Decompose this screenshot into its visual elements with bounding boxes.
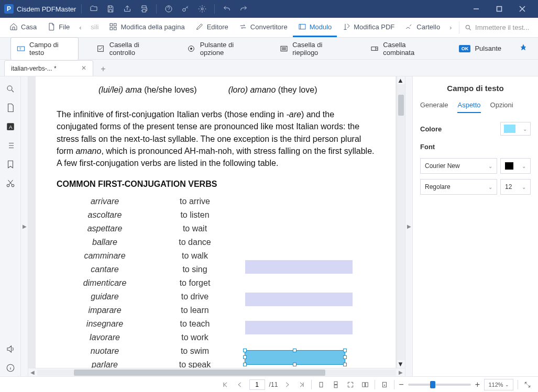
svg-text:A: A — [9, 124, 13, 130]
horizontal-scrollbar[interactable]: ◀ ▶ — [28, 368, 405, 376]
svg-rect-28 — [383, 382, 387, 387]
form-field-3[interactable] — [245, 321, 353, 334]
view-single-icon[interactable] — [316, 379, 326, 390]
side-page-icon[interactable] — [2, 99, 19, 116]
menu-cartello[interactable]: Cartello — [400, 18, 445, 37]
rotate-icon[interactable] — [379, 379, 390, 390]
undo-icon[interactable] — [220, 2, 234, 16]
view-fit-icon[interactable] — [345, 379, 356, 390]
tab-label: italian-verbs-... * — [11, 65, 57, 72]
tool-text-field[interactable]: T Campo di testo — [10, 37, 79, 60]
view-continuous-icon[interactable] — [331, 379, 341, 390]
document-tab[interactable]: italian-verbs-... * ✕ — [4, 60, 93, 76]
prev-page-icon[interactable] — [235, 379, 245, 390]
tool-combobox[interactable]: Casella combinata — [365, 38, 441, 60]
menu-sili[interactable]: sili — [85, 18, 104, 37]
save-icon[interactable] — [104, 2, 117, 16]
print-icon[interactable] — [137, 2, 151, 16]
svg-rect-3 — [497, 7, 502, 12]
zoom-in-icon[interactable]: + — [475, 380, 480, 389]
svg-point-2 — [201, 8, 203, 10]
svg-rect-23 — [320, 382, 323, 387]
pin-icon[interactable] — [519, 43, 528, 53]
proptab-generale[interactable]: Generale — [420, 101, 448, 113]
zoom-slider[interactable] — [408, 384, 471, 386]
svg-rect-5 — [114, 24, 117, 26]
font-size-select[interactable]: 12⌄ — [500, 179, 531, 195]
next-page-icon[interactable] — [282, 379, 292, 390]
font-name-select[interactable]: Courier New⌄ — [420, 158, 497, 174]
form-field-1[interactable] — [245, 260, 353, 274]
menu-editore[interactable]: Editore — [190, 18, 234, 37]
tool-button[interactable]: OK Pulsante — [454, 41, 507, 55]
side-cut-icon[interactable] — [2, 175, 19, 192]
vertical-scrollbar[interactable]: ▲ ▼ — [397, 76, 405, 368]
table-row: aspettareto wait — [58, 222, 374, 235]
panel-title: Campo di testo — [420, 84, 531, 93]
form-field-2[interactable] — [245, 293, 353, 306]
collapse-right-icon[interactable]: ▶ — [405, 76, 412, 376]
form-toolbar: T Campo di testo Casella di controllo Pu… — [0, 38, 538, 60]
maximize-button[interactable] — [488, 0, 511, 18]
minimize-button[interactable] — [465, 0, 488, 18]
side-text-icon[interactable]: A — [2, 118, 19, 135]
label-colore: Colore — [420, 125, 442, 133]
svg-rect-7 — [114, 27, 117, 30]
svg-point-14 — [190, 48, 192, 50]
redo-icon[interactable] — [237, 2, 250, 16]
titlebar: P Cisdem PDFMaster — [0, 0, 538, 18]
side-bookmark-icon[interactable] — [2, 156, 19, 173]
color-picker[interactable]: ⌄ — [500, 122, 531, 136]
add-tab-button[interactable]: + — [96, 62, 110, 76]
svg-rect-8 — [299, 24, 305, 29]
menu-modifica-pagina[interactable]: Modifica della pagina — [104, 18, 190, 37]
tool-checkbox[interactable]: Casella di controllo — [91, 38, 169, 60]
verbs-table: arrivareto arriveascoltareto listenaspet… — [57, 194, 375, 368]
view-facing-icon[interactable] — [360, 379, 370, 390]
help-icon[interactable] — [162, 2, 175, 16]
menu-casa[interactable]: Casa — [4, 18, 42, 37]
svg-rect-4 — [110, 24, 113, 26]
menu-scroll-left[interactable]: ‹ — [75, 24, 85, 31]
fullscreen-icon[interactable] — [522, 379, 533, 390]
collapse-left-icon[interactable]: ▶ — [21, 76, 28, 376]
menu-convertitore[interactable]: Convertitore — [234, 18, 293, 37]
table-row: dimenticareto forget — [58, 277, 374, 289]
page-input[interactable] — [249, 379, 265, 390]
side-list-icon[interactable] — [2, 137, 19, 154]
proptab-aspetto[interactable]: Aspetto — [457, 101, 480, 113]
open-icon[interactable] — [87, 2, 101, 16]
color-swatch — [504, 125, 515, 133]
last-page-icon[interactable] — [297, 379, 307, 390]
share-icon[interactable] — [120, 2, 134, 16]
font-style-select[interactable]: Regolare⌄ — [420, 179, 497, 195]
close-button[interactable] — [511, 0, 534, 18]
side-info-icon[interactable] — [2, 360, 19, 376]
tool-radio[interactable]: Pulsante di opzione — [182, 38, 261, 60]
menu-scroll-right[interactable]: › — [445, 24, 456, 31]
svg-rect-27 — [366, 382, 368, 386]
search-box[interactable]: Immettere il test... — [459, 21, 534, 34]
svg-rect-24 — [334, 382, 337, 384]
page-total: /11 — [269, 381, 278, 388]
tool-listbox[interactable]: Casella di riepilogo — [274, 38, 352, 60]
menu-modulo[interactable]: Modulo — [293, 18, 337, 37]
side-search-icon[interactable] — [2, 81, 19, 97]
svg-rect-25 — [334, 385, 337, 387]
menu-modifica-pdf[interactable]: Modifica PDF — [337, 18, 400, 37]
paragraph: The infinitive of first-conjugation Ital… — [57, 108, 375, 169]
table-row: ascoltareto listen — [58, 209, 374, 221]
proptab-opzioni[interactable]: Opzioni — [490, 101, 513, 113]
form-field-selected[interactable] — [245, 351, 345, 364]
key-icon[interactable] — [179, 2, 192, 16]
svg-text:T: T — [19, 47, 21, 50]
font-color-select[interactable]: ⌄ — [500, 158, 531, 174]
menu-file[interactable]: File — [42, 18, 75, 37]
settings-icon[interactable] — [195, 2, 209, 16]
side-sound-icon[interactable] — [2, 341, 19, 357]
zoom-out-icon[interactable]: − — [399, 380, 403, 389]
tab-close-icon[interactable]: ✕ — [81, 64, 89, 72]
first-page-icon[interactable] — [220, 379, 230, 390]
svg-point-9 — [466, 25, 469, 29]
zoom-value[interactable]: 112% ⌄ — [484, 379, 513, 390]
